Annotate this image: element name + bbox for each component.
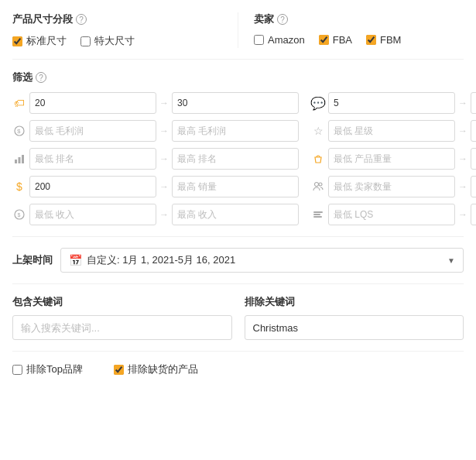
fba-item[interactable]: FBA <box>319 34 352 46</box>
fbm-label: FBM <box>380 34 401 46</box>
product-size-help-icon[interactable]: ? <box>76 14 87 25</box>
reviews-max-input[interactable] <box>471 92 476 114</box>
keywords-section: 包含关键词 排除关键词 <box>12 295 464 352</box>
sales-max-input[interactable] <box>172 176 299 197</box>
margin-min-input[interactable] <box>29 120 156 142</box>
exclude-top-brand-checkbox[interactable] <box>12 365 22 375</box>
exclude-keywords-col: 排除关键词 <box>245 295 464 340</box>
profit-icon: $ <box>12 124 26 138</box>
svg-rect-2 <box>15 160 17 163</box>
filter-grid: 🏷 → 💬 → $ → ☆ → <box>12 92 464 225</box>
weight-icon <box>311 152 325 166</box>
revenue-min-input[interactable] <box>29 204 156 225</box>
date-picker[interactable]: 📅 自定义: 1月 1, 2021-5月 16, 2021 ▼ <box>60 248 464 273</box>
revenue-max-input[interactable] <box>172 204 299 225</box>
rank-arrow: → <box>159 153 169 164</box>
date-picker-value: 自定义: 1月 1, 2021-5月 16, 2021 <box>87 253 235 267</box>
exclude-keywords-label: 排除关键词 <box>245 295 464 309</box>
amazon-label: Amazon <box>268 34 305 46</box>
fbm-checkbox[interactable] <box>366 35 376 45</box>
fba-checkbox[interactable] <box>319 35 329 45</box>
price-icon: $ <box>12 180 26 194</box>
svg-rect-4 <box>22 155 24 163</box>
price-min-input[interactable] <box>29 92 156 114</box>
svg-text:$: $ <box>17 128 21 135</box>
include-keywords-col: 包含关键词 <box>12 295 232 340</box>
rating-arrow: → <box>458 125 467 136</box>
oversized-label: 特大尺寸 <box>94 34 135 48</box>
sales-min-input[interactable] <box>29 176 156 197</box>
reviews-min-input[interactable] <box>328 92 455 114</box>
filter-row-price: 🏷 → <box>12 92 299 114</box>
price-max-input[interactable] <box>172 92 299 114</box>
seller-count-min-input[interactable] <box>328 176 455 197</box>
amazon-checkbox[interactable] <box>254 35 264 45</box>
rating-max-input[interactable] <box>471 120 476 142</box>
margin-arrow: → <box>159 125 169 136</box>
svg-rect-10 <box>313 214 320 215</box>
amazon-item[interactable]: Amazon <box>254 34 305 46</box>
seller-count-max-input[interactable] <box>471 176 476 197</box>
tag-icon: 🏷 <box>12 96 26 110</box>
lqs-min-input[interactable] <box>328 204 455 225</box>
rating-min-input[interactable] <box>328 120 455 142</box>
sales-arrow: → <box>159 181 169 192</box>
filter-row-seller-count: → <box>311 176 476 197</box>
exclude-keywords-input[interactable] <box>245 315 464 340</box>
standard-size-label: 标准尺寸 <box>26 34 67 48</box>
seller-count-arrow: → <box>458 181 467 192</box>
filter-row-lqs: → <box>311 204 476 225</box>
svg-rect-11 <box>313 216 322 218</box>
lqs-icon <box>311 208 325 221</box>
filter-row-weight: → <box>311 148 476 170</box>
oversized-item[interactable]: 特大尺寸 <box>80 34 135 48</box>
filter-title: 筛选 <box>12 70 33 84</box>
standard-size-item[interactable]: 标准尺寸 <box>12 34 67 48</box>
rank-icon <box>12 152 26 166</box>
calendar-icon: 📅 <box>69 254 82 266</box>
weight-arrow: → <box>458 153 467 164</box>
seller-checkbox-group: Amazon FBA FBM <box>254 34 464 46</box>
listing-date-label: 上架时间 <box>12 253 53 267</box>
exclude-out-of-stock-item[interactable]: 排除缺货的产品 <box>114 362 198 376</box>
product-size-title: 产品尺寸分段 <box>12 12 73 26</box>
filter-row-margin: $ → <box>12 120 299 142</box>
exclude-top-brand-label: 排除Top品牌 <box>26 362 83 376</box>
svg-point-5 <box>315 183 319 187</box>
fba-label: FBA <box>333 34 352 46</box>
include-keywords-input[interactable] <box>12 315 232 340</box>
margin-max-input[interactable] <box>172 120 299 142</box>
seller-count-icon <box>311 180 325 194</box>
svg-point-6 <box>319 183 322 186</box>
rank-min-input[interactable] <box>29 148 156 170</box>
svg-rect-3 <box>19 157 21 163</box>
exclude-out-of-stock-label: 排除缺货的产品 <box>128 362 198 376</box>
oversized-checkbox[interactable] <box>80 36 91 46</box>
seller-title: 卖家 <box>254 12 274 26</box>
standard-size-checkbox[interactable] <box>12 36 22 46</box>
size-checkbox-group: 标准尺寸 特大尺寸 <box>12 34 222 48</box>
include-keywords-label: 包含关键词 <box>12 295 232 309</box>
svg-rect-9 <box>313 211 323 213</box>
exclude-out-of-stock-checkbox[interactable] <box>114 365 124 375</box>
filter-row-revenue: $ → <box>12 204 299 225</box>
weight-min-input[interactable] <box>328 148 455 170</box>
chat-icon: 💬 <box>311 96 325 110</box>
seller-help-icon[interactable]: ? <box>277 14 288 25</box>
filter-section: 筛选 ? 🏷 → 💬 → $ → <box>12 70 464 237</box>
date-dropdown-arrow: ▼ <box>447 256 455 265</box>
fbm-item[interactable]: FBM <box>366 34 401 46</box>
svg-text:$: $ <box>18 212 21 218</box>
rank-max-input[interactable] <box>172 148 299 170</box>
reviews-arrow: → <box>458 98 467 108</box>
date-picker-content: 📅 自定义: 1月 1, 2021-5月 16, 2021 <box>69 253 235 267</box>
weight-max-input[interactable] <box>471 148 476 170</box>
lqs-arrow: → <box>458 209 467 220</box>
filter-row-rating: ☆ → <box>311 120 476 142</box>
filter-help-icon[interactable]: ? <box>36 72 46 83</box>
price-arrow: → <box>159 98 169 108</box>
lqs-max-input[interactable] <box>471 204 476 225</box>
revenue-arrow: → <box>159 209 169 220</box>
exclude-top-brand-item[interactable]: 排除Top品牌 <box>12 362 83 376</box>
revenue-icon: $ <box>12 208 26 221</box>
